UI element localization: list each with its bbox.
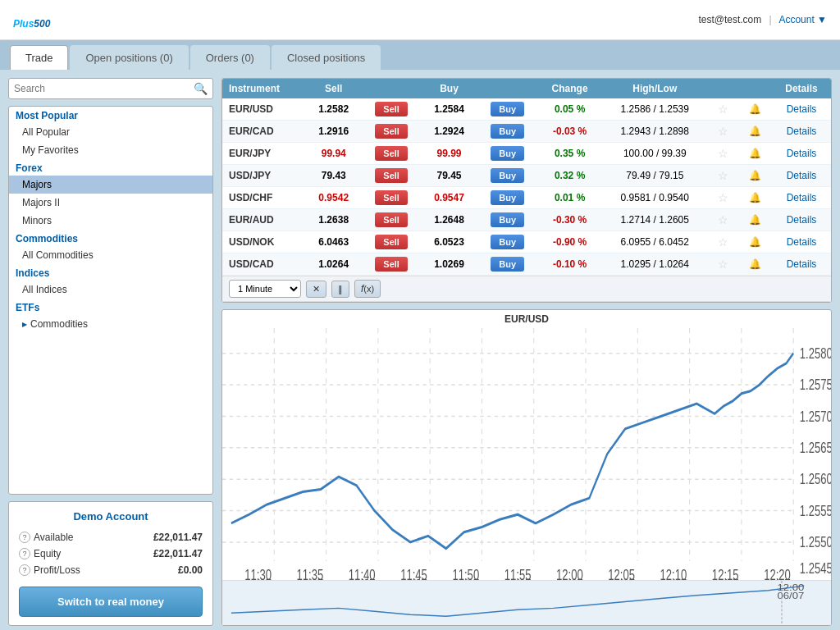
- sell-button[interactable]: Sell: [375, 102, 408, 116]
- sell-price: 79.43: [305, 165, 362, 187]
- sidebar-item-my-favorites[interactable]: My Favorites: [9, 141, 212, 159]
- details-link[interactable]: Details: [787, 192, 817, 203]
- bell-icon[interactable]: 🔔: [749, 214, 761, 226]
- search-input[interactable]: [14, 83, 194, 94]
- sidebar-item-minors[interactable]: Minors: [9, 212, 212, 230]
- bell-icon[interactable]: 🔔: [749, 170, 761, 181]
- star-icon[interactable]: ☆: [718, 147, 728, 160]
- svg-text:06/07: 06/07: [712, 577, 739, 580]
- sell-button[interactable]: Sell: [375, 168, 408, 183]
- crosshair-button[interactable]: ✕: [306, 281, 326, 298]
- sidebar-scroll[interactable]: Most Popular All Popular My Favorites Fo…: [9, 107, 212, 336]
- buy-price: 1.0269: [421, 253, 477, 276]
- buy-button[interactable]: Buy: [491, 102, 524, 116]
- bell-icon[interactable]: 🔔: [749, 126, 761, 137]
- bell-icon[interactable]: 🔔: [749, 192, 761, 203]
- svg-text:06/07: 06/07: [297, 577, 324, 580]
- bell-icon[interactable]: 🔔: [749, 103, 761, 115]
- sidebar-item-all-commodities[interactable]: All Commodities: [9, 246, 212, 264]
- star-icon[interactable]: ☆: [718, 191, 728, 204]
- star-icon[interactable]: ☆: [718, 258, 728, 271]
- svg-text:06/07: 06/07: [452, 577, 479, 580]
- buy-button[interactable]: Buy: [491, 190, 524, 205]
- sell-button[interactable]: Sell: [375, 146, 408, 161]
- buy-button[interactable]: Buy: [491, 124, 524, 139]
- chart-section: EUR/USD: [221, 309, 832, 626]
- sidebar-item-majors[interactable]: Majors: [9, 176, 212, 194]
- details-link[interactable]: Details: [787, 236, 817, 248]
- sidebar-item-all-indices[interactable]: All Indices: [9, 281, 212, 299]
- buy-button-cell: Buy: [477, 98, 538, 121]
- details-link[interactable]: Details: [787, 170, 817, 181]
- category-most-popular: Most Popular: [9, 107, 212, 123]
- sell-button-cell: Sell: [362, 231, 421, 253]
- bell-icon[interactable]: 🔔: [749, 258, 761, 270]
- details-link[interactable]: Details: [787, 148, 817, 159]
- tab-open-positions[interactable]: Open positions (0): [70, 45, 188, 70]
- sell-button[interactable]: Sell: [375, 190, 408, 205]
- user-email: test@test.com: [698, 14, 761, 25]
- available-value: £22,011.47: [153, 532, 203, 543]
- details-cell: Details: [772, 121, 831, 143]
- profit-loss-value: £0.00: [178, 564, 203, 576]
- sell-button[interactable]: Sell: [375, 235, 408, 249]
- col-bell: [739, 79, 772, 98]
- tab-orders[interactable]: Orders (0): [190, 45, 270, 70]
- buy-price: 1.2648: [421, 209, 477, 231]
- svg-text:06/07: 06/07: [349, 577, 376, 580]
- col-star: [708, 79, 739, 98]
- tab-trade[interactable]: Trade: [10, 45, 68, 70]
- buy-button[interactable]: Buy: [491, 235, 524, 249]
- buy-button[interactable]: Buy: [491, 146, 524, 161]
- sidebar-item-majors-ii[interactable]: Majors II: [9, 194, 212, 212]
- star-icon[interactable]: ☆: [718, 213, 728, 226]
- col-change: Change: [538, 79, 602, 98]
- buy-button-cell: Buy: [477, 165, 538, 187]
- equity-value: £22,011.47: [153, 548, 203, 559]
- formula-button[interactable]: f(x): [354, 280, 381, 298]
- sell-button[interactable]: Sell: [375, 212, 408, 227]
- details-link[interactable]: Details: [787, 126, 817, 137]
- instrument-name: EUR/JPY: [222, 143, 305, 165]
- bell-icon[interactable]: 🔔: [749, 236, 761, 248]
- star-cell: ☆: [708, 121, 739, 143]
- buy-button[interactable]: Buy: [491, 168, 524, 183]
- equity-help-icon[interactable]: ?: [19, 548, 30, 559]
- sell-price: 1.2638: [305, 209, 362, 231]
- svg-text:06/07: 06/07: [400, 577, 427, 580]
- change-value: -0.90 %: [538, 231, 602, 253]
- details-link[interactable]: Details: [787, 214, 817, 226]
- star-icon[interactable]: ☆: [718, 235, 728, 249]
- col-high-low: High/Low: [602, 79, 708, 98]
- sell-button[interactable]: Sell: [375, 257, 408, 272]
- sell-button-cell: Sell: [362, 165, 421, 187]
- details-cell: Details: [772, 98, 831, 121]
- buy-button[interactable]: Buy: [491, 212, 524, 227]
- star-icon[interactable]: ☆: [718, 169, 728, 182]
- bell-icon[interactable]: 🔔: [749, 148, 761, 159]
- timeframe-select[interactable]: 1 Minute 5 Minutes 15 Minutes 1 Hour 1 D…: [229, 280, 301, 298]
- tab-closed-positions[interactable]: Closed positions: [272, 45, 381, 70]
- sidebar-item-all-popular[interactable]: All Popular: [9, 123, 212, 141]
- details-link[interactable]: Details: [787, 258, 817, 270]
- star-icon[interactable]: ☆: [718, 125, 728, 138]
- switch-to-real-money-button[interactable]: Switch to real money: [19, 587, 203, 617]
- buy-button[interactable]: Buy: [491, 257, 524, 272]
- profit-loss-help-icon[interactable]: ?: [19, 564, 30, 576]
- high-low-value: 6.0955 / 6.0452: [602, 231, 708, 253]
- sidebar-item-etf-commodities[interactable]: Commodities: [9, 315, 212, 333]
- candle-button[interactable]: ‖: [331, 281, 349, 298]
- search-icon: 🔍: [194, 82, 208, 95]
- available-help-icon[interactable]: ?: [19, 532, 30, 543]
- account-link[interactable]: Account ▼: [778, 14, 827, 25]
- sell-button[interactable]: Sell: [375, 124, 408, 139]
- details-link[interactable]: Details: [787, 103, 817, 115]
- details-cell: Details: [772, 253, 831, 276]
- equity-label: Equity: [34, 548, 61, 559]
- star-icon[interactable]: ☆: [718, 103, 728, 116]
- buy-button-cell: Buy: [477, 231, 538, 253]
- account-info: test@test.com | Account ▼: [698, 14, 827, 25]
- instrument-name: EUR/USD: [222, 98, 305, 121]
- sidebar-item-etf-indices[interactable]: Indices: [9, 333, 212, 336]
- right-panel: Instrument Sell Buy Change High/Low Deta…: [221, 78, 832, 626]
